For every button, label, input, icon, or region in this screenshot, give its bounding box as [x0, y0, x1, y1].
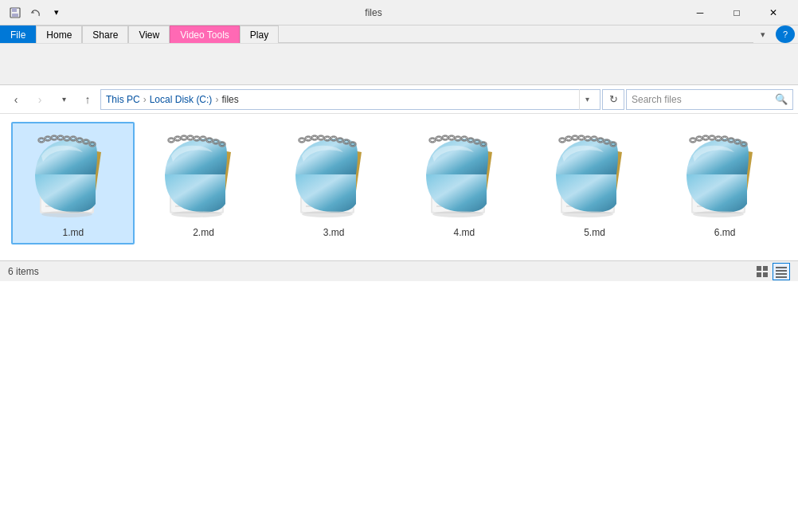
ribbon: File Home Share View Video Tools Play ▾ … [0, 25, 798, 85]
svg-point-56 [171, 211, 222, 217]
breadcrumb-files: files [221, 94, 238, 105]
large-icons-view-btn[interactable] [753, 263, 771, 280]
svg-rect-166 [763, 266, 768, 271]
svg-point-110 [432, 211, 483, 217]
file-icon-3 [286, 128, 381, 224]
svg-rect-169 [776, 267, 787, 268]
file-label-4: 4.md [453, 227, 475, 238]
window-controls: ─ □ ✕ [682, 0, 792, 25]
window-title-area: files [65, 7, 682, 18]
svg-rect-1 [12, 8, 17, 12]
file-label-2: 2.md [193, 227, 214, 238]
main-content: 1.md [0, 114, 798, 260]
file-grid: 1.md [0, 114, 798, 260]
search-icon[interactable]: 🔍 [775, 93, 788, 105]
maximize-button[interactable]: □ [718, 0, 755, 25]
file-item-5[interactable]: 5.md [533, 122, 656, 244]
file-item-1[interactable]: 1.md [11, 122, 135, 244]
svg-point-48 [189, 136, 193, 139]
close-button[interactable]: ✕ [755, 0, 792, 25]
quick-undo-icon[interactable] [27, 4, 45, 22]
svg-rect-168 [763, 272, 768, 277]
svg-point-49 [182, 136, 186, 139]
svg-point-157 [704, 136, 708, 139]
forward-button[interactable]: › [29, 88, 51, 111]
item-count: 6 items [8, 266, 39, 277]
file-item-4[interactable]: 4.md [402, 122, 526, 244]
file-item-2[interactable]: 2.md [142, 122, 265, 244]
svg-point-102 [449, 136, 453, 139]
svg-point-137 [562, 211, 613, 217]
address-dropdown-btn[interactable]: ▾ [579, 89, 595, 110]
sep-1: › [143, 94, 147, 105]
view-controls [753, 263, 790, 280]
file-icon-5 [546, 128, 642, 224]
svg-point-136 [561, 139, 565, 142]
back-button[interactable]: ‹ [5, 88, 27, 111]
file-item-6[interactable]: 6.md [663, 122, 787, 244]
svg-point-164 [693, 211, 744, 217]
file-icon-1 [25, 128, 121, 224]
tab-share[interactable]: Share [82, 25, 128, 43]
tab-home[interactable]: Home [36, 25, 82, 43]
file-label-5: 5.md [584, 227, 605, 238]
svg-point-75 [319, 136, 323, 139]
ribbon-content [0, 43, 798, 84]
file-icon-4 [417, 128, 512, 224]
svg-point-54 [176, 137, 180, 140]
svg-rect-2 [12, 14, 18, 17]
svg-rect-170 [776, 270, 787, 272]
refresh-button[interactable]: ↻ [602, 89, 624, 110]
tab-view[interactable]: View [128, 25, 170, 43]
title-bar: ▾ files ─ □ ✕ [0, 0, 798, 25]
svg-point-156 [710, 136, 714, 139]
address-bar[interactable]: This PC › Local Disk (C:) › files ▾ [100, 89, 600, 110]
svg-point-135 [567, 137, 571, 140]
svg-point-129 [580, 136, 584, 139]
svg-point-83 [302, 211, 353, 217]
quick-dropdown-icon[interactable]: ▾ [48, 4, 65, 22]
svg-point-162 [698, 137, 702, 140]
tab-video-tools[interactable]: Video Tools [170, 25, 240, 43]
nav-bar: ‹ › ▾ ↑ This PC › Local Disk (C:) › file… [0, 85, 798, 114]
svg-point-163 [691, 139, 695, 142]
svg-point-28 [39, 139, 43, 142]
tab-file[interactable]: File [0, 25, 36, 43]
quick-save-icon[interactable] [6, 4, 24, 22]
quick-access-toolbar: ▾ [6, 4, 65, 22]
breadcrumb-thispc[interactable]: This PC [106, 94, 140, 105]
svg-point-22 [52, 136, 56, 139]
status-bar: 6 items [0, 260, 798, 281]
svg-point-76 [313, 136, 317, 139]
svg-point-27 [45, 137, 49, 140]
file-label-3: 3.md [323, 227, 345, 238]
svg-rect-171 [776, 273, 787, 275]
search-placeholder: Search files [632, 94, 772, 105]
svg-point-109 [430, 139, 434, 142]
breadcrumb-localdisk[interactable]: Local Disk (C:) [150, 94, 213, 105]
svg-point-103 [443, 136, 447, 139]
help-btn[interactable]: ? [776, 25, 795, 43]
svg-point-55 [170, 139, 174, 142]
svg-point-108 [436, 137, 440, 140]
window-title: files [365, 7, 381, 18]
svg-point-21 [58, 136, 62, 139]
svg-point-81 [307, 137, 311, 140]
svg-rect-165 [757, 266, 761, 271]
minimize-button[interactable]: ─ [682, 0, 718, 25]
recent-locations-button[interactable]: ▾ [53, 88, 75, 111]
ribbon-collapse-btn[interactable]: ▾ [753, 25, 773, 43]
up-button[interactable]: ↑ [76, 88, 99, 111]
svg-point-29 [41, 211, 92, 217]
file-label-1: 1.md [62, 227, 84, 238]
details-view-btn[interactable] [773, 263, 790, 280]
file-label-6: 6.md [714, 227, 736, 238]
file-icon-2 [155, 128, 251, 224]
file-item-3[interactable]: 3.md [272, 122, 396, 244]
search-bar[interactable]: Search files 🔍 [626, 89, 793, 110]
svg-rect-172 [776, 276, 787, 278]
tab-play[interactable]: Play [240, 25, 279, 43]
svg-rect-167 [757, 272, 761, 277]
file-icon-6 [677, 128, 773, 224]
sep-2: › [215, 94, 218, 105]
